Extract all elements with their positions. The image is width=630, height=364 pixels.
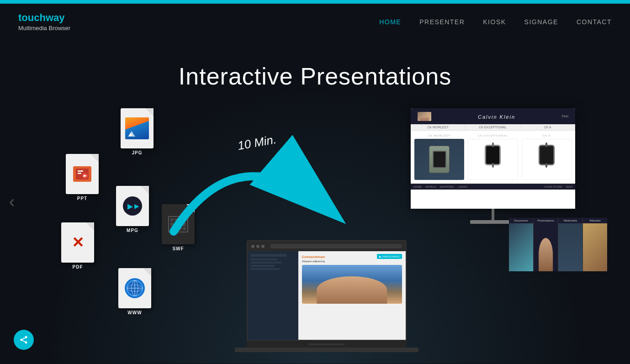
monitor-brand: Calvin Klein (478, 114, 515, 120)
nav-signage[interactable]: SIGNAGE (524, 18, 558, 26)
svg-rect-1 (78, 170, 83, 172)
top-accent-bar (0, 0, 630, 4)
file-pdf-label: PDF (73, 264, 83, 269)
file-pdf: ✕ PDF (59, 222, 96, 269)
monitor-tab-0[interactable]: CK WORLDZY (411, 124, 466, 130)
nav-contact[interactable]: CONTACT (577, 18, 612, 26)
logo: touchway Multimedia Browser (18, 12, 70, 32)
file-jpg: JPG (119, 108, 155, 155)
laptop-subheading: Aliquam adipiscing (302, 260, 402, 263)
thumb-label-0: Documents (509, 218, 534, 223)
svg-line-14 (22, 338, 25, 339)
logo-subtitle: Multimedia Browser (18, 25, 70, 32)
logo-brand: touchway (18, 12, 70, 24)
monitor-mockup: Calvin Klein Fem CK WORLDZY CK EXCEPTION… (411, 108, 575, 224)
thumb-label-2: Multimedia (558, 218, 583, 223)
file-ppt: PPT (64, 154, 101, 201)
thumb-img-websites (583, 223, 607, 271)
laptop-cta-btn[interactable]: ▶ PARTICIPATE (377, 254, 402, 259)
nav-home[interactable]: HOME (379, 18, 401, 26)
laptop-mockup: Consectetuer Aliquam adipiscing ▶ PARTIC… (247, 240, 407, 364)
nav-kiosk[interactable]: KIOSK (483, 18, 506, 26)
file-ppt-label: PPT (77, 196, 87, 201)
thumb-img-presentations (534, 223, 558, 271)
header: touchway Multimedia Browser HOME PRESENT… (0, 4, 630, 40)
logo-suffix: way (46, 12, 65, 23)
svg-line-13 (22, 340, 25, 342)
file-jpg-label: JPG (132, 150, 142, 155)
thumb-label-1: Presentations (534, 218, 558, 223)
file-mpg: ▶ MPG (114, 186, 151, 233)
prev-arrow[interactable]: ‹ (9, 192, 15, 211)
logo-prefix: touch (18, 12, 46, 23)
monitor-footer-label: Fem (562, 115, 568, 118)
thumb-img-documents (509, 223, 534, 271)
svg-point-11 (21, 339, 23, 341)
file-mpg-label: MPG (127, 228, 138, 233)
thumb-img-multimedia (558, 223, 583, 271)
main-nav: HOME PRESENTER KIOSK SIGNAGE CONTACT (379, 18, 612, 26)
share-button[interactable] (14, 330, 34, 350)
svg-point-10 (25, 336, 27, 338)
file-www-label: WWW (127, 310, 142, 315)
hero-title: Interactive Presentations (179, 63, 451, 90)
preview-thumbs: Documents Presentations Multimedia Websi… (509, 218, 607, 271)
file-www: WWW (116, 268, 153, 315)
hero-scene: PPT JPG ▶ MPG (0, 85, 630, 364)
monitor-tab-1[interactable]: CK EXCEPTIONAL (466, 124, 520, 130)
svg-point-12 (25, 341, 27, 343)
share-icon (19, 335, 28, 344)
svg-rect-2 (78, 173, 81, 174)
nav-presenter[interactable]: PRESENTER (419, 18, 465, 26)
hero-section: Interactive Presentations ‹ (0, 40, 630, 364)
thumb-label-3: Websites (583, 218, 607, 223)
monitor-tab-2[interactable]: CK A (520, 124, 575, 130)
